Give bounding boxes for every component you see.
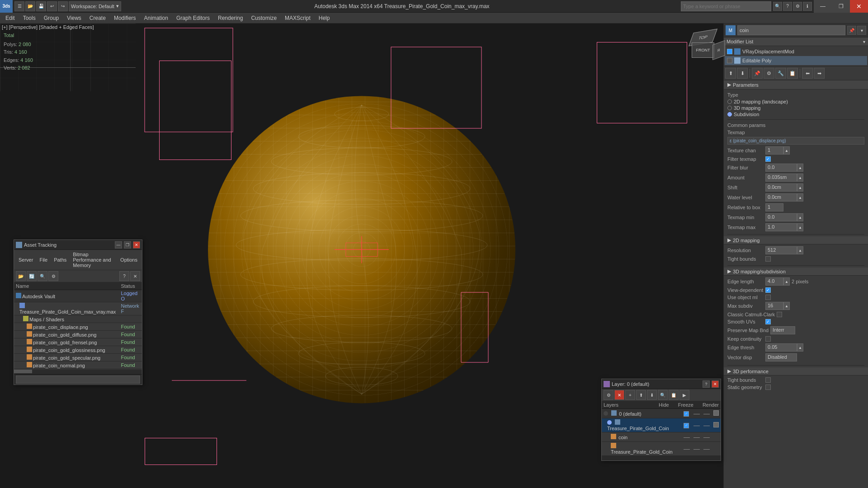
- pt-btn-6[interactable]: 📋: [787, 68, 798, 79]
- edge-length-value[interactable]: 4.0: [765, 277, 783, 286]
- pt-btn-3[interactable]: 📌: [752, 68, 763, 79]
- at-row-normal[interactable]: pirate_coin_normal.png Found: [14, 361, 142, 369]
- shift-value[interactable]: 0.0cm: [765, 183, 797, 192]
- 3d-mapping-header[interactable]: ▶ 3D mapping/subdivision: [724, 267, 868, 276]
- edge-thresh-arrow[interactable]: ▲: [797, 343, 803, 352]
- help-btn1[interactable]: ?: [783, 2, 792, 11]
- modifier-checkbox[interactable]: [727, 49, 732, 54]
- menu-modifiers[interactable]: Modifiers: [110, 14, 140, 22]
- lw-render-default[interactable]: —: [703, 410, 710, 417]
- pt-btn-1[interactable]: ⬆: [725, 68, 736, 79]
- resolution-value[interactable]: 512: [765, 246, 797, 254]
- panel-search-input[interactable]: [737, 25, 845, 35]
- open-btn[interactable]: 📂: [25, 1, 35, 11]
- lw-tbtn-4[interactable]: ⬆: [636, 390, 646, 400]
- at-tbtn-help[interactable]: ?: [119, 271, 129, 281]
- 3d-perf-header[interactable]: ▶ 3D performance: [724, 367, 868, 375]
- radio-3d-dot[interactable]: [727, 106, 732, 110]
- texmap-value[interactable]: ε (pirate_coin_displace.png): [727, 137, 864, 145]
- at-menu-options[interactable]: Options: [118, 256, 140, 263]
- lw-freeze-treasure-obj[interactable]: —: [693, 445, 700, 452]
- pt-btn-8[interactable]: ➡: [814, 68, 825, 79]
- lw-freeze-coin[interactable]: —: [693, 422, 700, 429]
- keep-continuity-checkbox[interactable]: [765, 336, 771, 342]
- amount-arrow[interactable]: ▲: [797, 174, 803, 182]
- at-row-frensel[interactable]: pirate_coin_gold_frensel.png Found: [14, 338, 142, 346]
- lw-extra-coin[interactable]: [713, 422, 719, 427]
- lw-row-treasure-coin[interactable]: Treasure_Pirate_Gold_Coin ✓ — —: [602, 418, 721, 432]
- lw-tbtn-8[interactable]: ▶: [679, 390, 689, 400]
- texture-chan-value[interactable]: 1: [765, 146, 783, 155]
- at-tbtn-close[interactable]: ✕: [130, 271, 140, 281]
- lw-render-treasure-obj[interactable]: —: [703, 445, 710, 452]
- at-row-folder[interactable]: Maps / Shaders: [14, 315, 142, 323]
- pt-btn-5[interactable]: 🔧: [775, 68, 786, 79]
- max-subdiv-value[interactable]: 16: [765, 302, 783, 310]
- undo-btn[interactable]: ↩: [47, 1, 57, 11]
- at-row-displace[interactable]: pirate_coin_displace.png Found: [14, 323, 142, 331]
- texmap-max-value[interactable]: 1.0: [765, 223, 797, 231]
- layer-window-scrollbar[interactable]: [602, 456, 721, 460]
- maximize-button[interactable]: ❐: [832, 0, 850, 13]
- filter-texmap-checkbox[interactable]: ✓: [765, 156, 771, 162]
- modifier-checkbox-2[interactable]: [727, 58, 732, 63]
- at-tbtn-4[interactable]: ⚙: [48, 271, 58, 281]
- radio-subdiv-dot[interactable]: [727, 112, 732, 117]
- lw-tbtn-5[interactable]: ⬇: [647, 390, 657, 400]
- menu-maxscript[interactable]: MAXScript: [281, 14, 314, 22]
- filter-blur-arrow[interactable]: ▲: [797, 164, 803, 172]
- at-scroll-thumb[interactable]: [14, 370, 32, 373]
- preserve-map-value[interactable]: Interr: [770, 326, 795, 334]
- minimize-button[interactable]: —: [814, 0, 832, 13]
- save-btn[interactable]: 💾: [36, 1, 46, 11]
- resolution-arrow[interactable]: ▲: [797, 246, 803, 254]
- new-btn[interactable]: ☰: [14, 1, 24, 11]
- lw-vis-treasure-obj[interactable]: —: [684, 445, 690, 452]
- at-tbtn-3[interactable]: 🔍: [38, 271, 47, 281]
- texture-chan-up[interactable]: ▲: [783, 146, 790, 155]
- lw-close-btn[interactable]: ✕: [712, 380, 719, 388]
- lw-freeze-coin-obj[interactable]: —: [693, 433, 700, 441]
- menu-graph-editors[interactable]: Graph Editors: [173, 14, 213, 22]
- info-btn[interactable]: ℹ: [803, 2, 812, 11]
- menu-create[interactable]: Create: [86, 14, 109, 22]
- filter-blur-value[interactable]: 0.0: [765, 164, 797, 172]
- lw-row-default[interactable]: 0 (default) ✓ — —: [602, 409, 721, 418]
- lw-tbtn-7[interactable]: 📋: [669, 390, 679, 400]
- asset-tracking-input[interactable]: [16, 375, 140, 384]
- menu-tools[interactable]: Tools: [19, 14, 39, 22]
- workspace-dropdown[interactable]: Workspace: Default ▾: [69, 1, 121, 11]
- texmap-max-arrow[interactable]: ▲: [797, 223, 803, 231]
- options-btn[interactable]: ⚙: [793, 2, 802, 11]
- lw-vis-default[interactable]: ✓: [684, 411, 689, 417]
- radio-2d-dot[interactable]: [727, 99, 732, 104]
- at-row-vault[interactable]: Autodesk Vault Logged O: [14, 290, 142, 302]
- at-menu-file[interactable]: File: [37, 256, 50, 263]
- lw-help-btn[interactable]: ?: [703, 380, 710, 388]
- at-menu-server[interactable]: Server: [16, 256, 36, 263]
- max-subdiv-arrow[interactable]: ▲: [783, 302, 790, 310]
- at-row-specular[interactable]: pirate_coin_gold_specular.png Found: [14, 354, 142, 361]
- relative-to-box-value[interactable]: 1: [765, 203, 783, 211]
- at-row-diffuse[interactable]: pirate_coin_gold_diffuse.png Found: [14, 331, 142, 338]
- search-input[interactable]: [681, 1, 771, 11]
- 2d-mapping-header[interactable]: ▶ 2D mapping: [724, 236, 868, 244]
- asset-tracking-maximize[interactable]: ❐: [124, 241, 131, 249]
- lw-tbtn-2[interactable]: ✕: [614, 390, 624, 400]
- asset-tracking-minimize[interactable]: —: [115, 241, 122, 249]
- lw-row-treasure-obj[interactable]: Treasure_Pirate_Gold_Coin — — —: [602, 442, 721, 456]
- menu-edit[interactable]: Edit: [2, 14, 19, 22]
- view-dependent-checkbox[interactable]: ✓: [765, 287, 771, 293]
- menu-group[interactable]: Group: [40, 14, 62, 22]
- lw-tbtn-6[interactable]: 🔍: [658, 390, 668, 400]
- static-geometry-checkbox[interactable]: [765, 385, 771, 390]
- modifier-editable-poly[interactable]: Editable Poly: [725, 56, 867, 65]
- at-menu-bitmap-perf[interactable]: Bitmap Performance and Memory: [70, 251, 117, 269]
- at-row-glossiness[interactable]: pirate_coin_gold_glossiness.png Found: [14, 346, 142, 354]
- menu-rendering[interactable]: Rendering: [214, 14, 246, 22]
- parameters-header[interactable]: ▶ Parameters: [724, 80, 868, 89]
- menu-views[interactable]: Views: [63, 14, 85, 22]
- lw-extra-default[interactable]: [713, 410, 719, 416]
- lw-vis-coin[interactable]: ✓: [684, 423, 689, 428]
- lw-render-coin[interactable]: —: [703, 422, 710, 429]
